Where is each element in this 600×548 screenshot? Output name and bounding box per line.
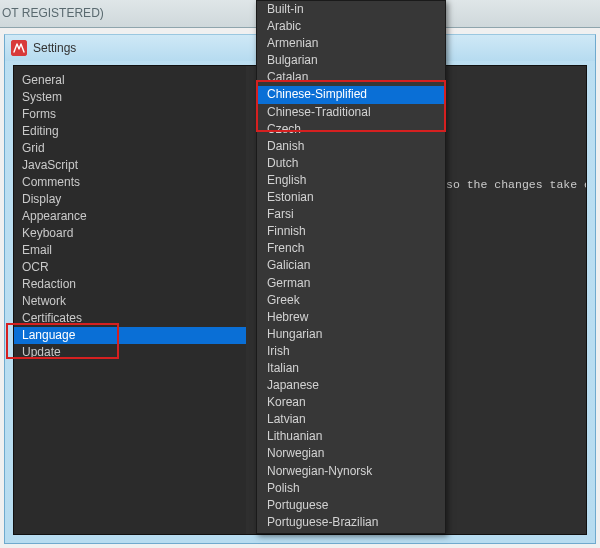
sidebar-item-label: Certificates <box>22 311 82 325</box>
sidebar-item-keyboard[interactable]: Keyboard <box>14 225 246 242</box>
language-option-japanese[interactable]: Japanese <box>257 377 445 394</box>
sidebar-item-ocr[interactable]: OCR <box>14 259 246 276</box>
sidebar-item-label: Appearance <box>22 209 87 223</box>
language-option-irish[interactable]: Irish <box>257 343 445 360</box>
language-option-label: Greek <box>267 293 300 307</box>
sidebar-item-appearance[interactable]: Appearance <box>14 208 246 225</box>
language-option-label: Norwegian-Nynorsk <box>267 464 372 478</box>
language-option-latvian[interactable]: Latvian <box>257 411 445 428</box>
sidebar-item-label: Language <box>22 328 75 342</box>
language-option-label: French <box>267 241 304 255</box>
language-option-english[interactable]: English <box>257 172 445 189</box>
language-option-german[interactable]: German <box>257 275 445 292</box>
language-option-danish[interactable]: Danish <box>257 138 445 155</box>
language-option-label: German <box>267 276 310 290</box>
language-option-czech[interactable]: Czech <box>257 121 445 138</box>
sidebar-item-editing[interactable]: Editing <box>14 123 246 140</box>
language-option-label: Finnish <box>267 224 306 238</box>
sidebar-item-label: Editing <box>22 124 59 138</box>
language-option-norwegian-nynorsk[interactable]: Norwegian-Nynorsk <box>257 463 445 480</box>
sidebar-item-label: Redaction <box>22 277 76 291</box>
language-option-hungarian[interactable]: Hungarian <box>257 326 445 343</box>
sidebar-item-email[interactable]: Email <box>14 242 246 259</box>
sidebar-item-system[interactable]: System <box>14 89 246 106</box>
language-option-label: Czech <box>267 122 301 136</box>
language-option-label: Estonian <box>267 190 314 204</box>
language-option-label: Portuguese <box>267 498 328 512</box>
sidebar-item-label: Network <box>22 294 66 308</box>
language-option-norwegian[interactable]: Norwegian <box>257 445 445 462</box>
language-option-estonian[interactable]: Estonian <box>257 189 445 206</box>
language-option-label: Irish <box>267 344 290 358</box>
language-option-lithuanian[interactable]: Lithuanian <box>257 428 445 445</box>
sidebar-item-update[interactable]: Update <box>14 344 246 361</box>
language-option-label: Chinese-Simplified <box>267 87 367 101</box>
sidebar-item-forms[interactable]: Forms <box>14 106 246 123</box>
language-option-french[interactable]: French <box>257 240 445 257</box>
language-option-label: Latvian <box>267 412 306 426</box>
language-option-chinese-traditional[interactable]: Chinese-Traditional <box>257 104 445 121</box>
language-option-label: Hebrew <box>267 310 308 324</box>
sidebar-item-network[interactable]: Network <box>14 293 246 310</box>
sidebar-item-general[interactable]: General <box>14 72 246 89</box>
language-option-polish[interactable]: Polish <box>257 480 445 497</box>
sidebar-item-language[interactable]: Language <box>14 327 246 344</box>
language-option-armenian[interactable]: Armenian <box>257 35 445 52</box>
language-option-label: Bulgarian <box>267 53 318 67</box>
app-icon <box>11 40 27 56</box>
language-dropdown[interactable]: Built-inArabicArmenianBulgarianCatalanCh… <box>256 0 446 534</box>
sidebar-item-grid[interactable]: Grid <box>14 140 246 157</box>
language-option-label: Hungarian <box>267 327 322 341</box>
sidebar-item-label: Grid <box>22 141 45 155</box>
language-option-italian[interactable]: Italian <box>257 360 445 377</box>
settings-title: Settings <box>33 41 76 55</box>
language-option-label: Danish <box>267 139 304 153</box>
sidebar-item-label: Forms <box>22 107 56 121</box>
sidebar-item-label: System <box>22 90 62 104</box>
language-option-label: Armenian <box>267 36 318 50</box>
restart-hint: so the changes take effect. <box>446 178 586 191</box>
parent-title-text: OT REGISTERED) <box>2 6 104 20</box>
language-option-label: Galician <box>267 258 310 272</box>
language-option-galician[interactable]: Galician <box>257 257 445 274</box>
language-option-label: Built-in <box>267 2 304 16</box>
sidebar-item-label: Comments <box>22 175 80 189</box>
language-option-chinese-simplified[interactable]: Chinese-Simplified <box>257 86 445 103</box>
sidebar-item-label: JavaScript <box>22 158 78 172</box>
sidebar-item-label: General <box>22 73 65 87</box>
sidebar-item-display[interactable]: Display <box>14 191 246 208</box>
language-option-label: Farsi <box>267 207 294 221</box>
settings-sidebar[interactable]: GeneralSystemFormsEditingGridJavaScriptC… <box>14 66 246 534</box>
language-option-finnish[interactable]: Finnish <box>257 223 445 240</box>
language-option-label: Catalan <box>267 70 308 84</box>
language-option-label: Norwegian <box>267 446 324 460</box>
sidebar-item-comments[interactable]: Comments <box>14 174 246 191</box>
sidebar-item-javascript[interactable]: JavaScript <box>14 157 246 174</box>
language-option-hebrew[interactable]: Hebrew <box>257 309 445 326</box>
sidebar-item-label: OCR <box>22 260 49 274</box>
sidebar-item-label: Email <box>22 243 52 257</box>
language-option-catalan[interactable]: Catalan <box>257 69 445 86</box>
language-option-farsi[interactable]: Farsi <box>257 206 445 223</box>
language-option-arabic[interactable]: Arabic <box>257 18 445 35</box>
sidebar-item-certificates[interactable]: Certificates <box>14 310 246 327</box>
language-option-korean[interactable]: Korean <box>257 394 445 411</box>
sidebar-item-redaction[interactable]: Redaction <box>14 276 246 293</box>
language-option-label: English <box>267 173 306 187</box>
language-option-label: Dutch <box>267 156 298 170</box>
language-option-dutch[interactable]: Dutch <box>257 155 445 172</box>
language-option-label: Lithuanian <box>267 429 322 443</box>
language-option-label: Arabic <box>267 19 301 33</box>
sidebar-item-label: Update <box>22 345 61 359</box>
language-option-label: Korean <box>267 395 306 409</box>
language-option-bulgarian[interactable]: Bulgarian <box>257 52 445 69</box>
language-option-portuguese-brazilian[interactable]: Portuguese-Brazilian <box>257 514 445 531</box>
language-option-portuguese[interactable]: Portuguese <box>257 497 445 514</box>
language-option-label: Japanese <box>267 378 319 392</box>
language-option-label: Portuguese-Brazilian <box>267 515 378 529</box>
language-option-built-in[interactable]: Built-in <box>257 1 445 18</box>
language-option-greek[interactable]: Greek <box>257 292 445 309</box>
language-option-label: Chinese-Traditional <box>267 105 371 119</box>
language-option-label: Polish <box>267 481 300 495</box>
sidebar-item-label: Keyboard <box>22 226 73 240</box>
